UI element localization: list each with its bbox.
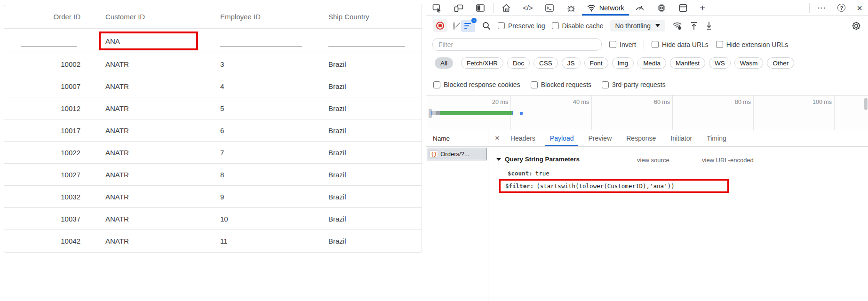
pill-doc[interactable]: Doc <box>507 57 530 69</box>
chevron-down-icon <box>655 24 660 27</box>
tab-preview[interactable]: Preview <box>583 130 616 146</box>
pill-manifest[interactable]: Manifest <box>670 57 705 69</box>
bug-icon <box>566 3 576 13</box>
cell-ship-country: Brazil <box>311 149 422 157</box>
devtools-close-button[interactable]: × <box>851 0 868 16</box>
close-details-button[interactable]: × <box>488 130 506 146</box>
column-header-ship-country[interactable]: Ship Country <box>311 13 422 21</box>
cell-customer-id: ANATR <box>85 171 203 179</box>
pill-font[interactable]: Font <box>584 57 608 69</box>
disable-cache-checkbox[interactable]: Disable cache <box>552 22 604 30</box>
cell-employee-id: 9 <box>203 193 311 201</box>
toggle-filter-button[interactable]: × <box>461 20 475 32</box>
view-source-link[interactable]: view source <box>637 157 669 164</box>
third-party-requests-checkbox[interactable]: 3rd-party requests <box>602 81 666 88</box>
view-url-encoded-link[interactable]: view URL-encoded <box>702 157 754 164</box>
export-har-button[interactable] <box>705 21 713 31</box>
record-network-log-button[interactable] <box>433 19 447 32</box>
pill-wasm[interactable]: Wasm <box>734 57 764 69</box>
throttling-dropdown[interactable]: No throttling <box>610 20 665 32</box>
cell-employee-id: 8 <box>203 171 311 179</box>
filter-input-employee-id[interactable] <box>220 35 302 47</box>
grid-header-row: Order ID Customer ID Employee ID Ship Co… <box>4 5 422 29</box>
pill-other[interactable]: Other <box>767 57 794 69</box>
timeline-gridline <box>834 95 835 130</box>
hide-data-urls-label: Hide data URLs <box>662 41 709 48</box>
tab-response[interactable]: Response <box>621 130 661 146</box>
cell-ship-country: Brazil <box>311 237 422 245</box>
timeline-scrollbar-thumb[interactable] <box>864 98 868 110</box>
tab-application[interactable] <box>672 0 694 16</box>
tab-timing[interactable]: Timing <box>702 130 731 146</box>
hide-extension-urls-checkbox[interactable]: Hide extension URLs <box>716 41 788 48</box>
query-string-parameters-section[interactable]: Query String Parameters <box>496 156 580 163</box>
customer-id-filter-highlight-box <box>99 32 198 50</box>
pill-fetch-xhr[interactable]: Fetch/XHR <box>461 57 503 69</box>
column-header-employee-id[interactable]: Employee ID <box>203 13 311 21</box>
pill-ws[interactable]: WS <box>709 57 731 69</box>
filter-input-customer-id[interactable] <box>101 37 196 45</box>
tab-welcome[interactable] <box>495 0 517 16</box>
devtools-help-button[interactable]: ? <box>832 0 851 16</box>
pill-js[interactable]: JS <box>562 57 581 69</box>
search-network-button[interactable] <box>482 21 491 31</box>
blocked-requests-checkbox[interactable]: Blocked requests <box>531 81 591 88</box>
clear-network-log-button[interactable] <box>454 22 454 30</box>
request-row-orders[interactable]: {} Orders/?... <box>427 148 487 160</box>
table-row: 10002 ANATR 3 Brazil <box>4 53 422 75</box>
cell-ship-country: Brazil <box>311 171 422 179</box>
tab-network[interactable]: Network <box>582 0 629 16</box>
clear-icon <box>454 22 454 30</box>
network-conditions-button[interactable] <box>672 21 683 31</box>
inspect-element-button[interactable] <box>426 0 448 16</box>
filter-input-ship-country[interactable] <box>328 35 405 47</box>
pill-css[interactable]: CSS <box>534 57 558 69</box>
pill-media[interactable]: Media <box>637 57 666 69</box>
filter-text-input[interactable] <box>432 38 602 51</box>
more-tabs-button[interactable]: + <box>694 0 711 16</box>
network-lower-split: Name {} Orders/?... × Headers Payload Pr… <box>426 130 868 301</box>
table-row: 10017 ANATR 6 Brazil <box>4 119 422 142</box>
device-emulation-button[interactable] <box>448 0 470 16</box>
network-settings-button[interactable] <box>851 21 861 31</box>
cell-order-id: 10017 <box>4 127 85 135</box>
timeline-tick-label: 60 ms <box>632 99 670 105</box>
name-column-header[interactable]: Name <box>426 130 488 147</box>
column-header-customer-id[interactable]: Customer ID <box>85 13 203 21</box>
request-waterfall-bar[interactable] <box>431 111 513 115</box>
tab-memory[interactable] <box>651 0 672 16</box>
devtools-panel: </> <box>426 0 868 301</box>
import-har-button[interactable] <box>690 21 698 31</box>
tab-sources[interactable] <box>560 0 582 16</box>
table-row: 10022 ANATR 7 Brazil <box>4 142 422 164</box>
network-overview-timeline[interactable]: 20 ms 40 ms 60 ms 80 ms 100 ms <box>426 95 868 130</box>
payload-panel: Query String Parameters view source view… <box>488 147 868 301</box>
invert-label: Invert <box>620 41 636 48</box>
preserve-log-label: Preserve log <box>508 22 545 30</box>
tab-payload[interactable]: Payload <box>545 130 579 146</box>
cell-order-id: 10037 <box>4 215 85 223</box>
pill-img[interactable]: Img <box>612 57 634 69</box>
screenshot-root: Order ID Customer ID Employee ID Ship Co… <box>0 0 868 301</box>
network-toolbar: × Preserve log Disable cache No throttli… <box>426 16 868 35</box>
devtools-tabbar: </> <box>426 0 868 16</box>
panel-layout-button[interactable] <box>470 0 491 16</box>
tab-headers[interactable]: Headers <box>506 130 540 146</box>
tab-performance[interactable] <box>629 0 651 16</box>
filter-input-order-id[interactable] <box>21 35 77 47</box>
column-header-order-id[interactable]: Order ID <box>4 13 85 21</box>
tab-elements[interactable]: </> <box>517 0 539 16</box>
tabbar-separator <box>809 3 810 13</box>
gear-icon <box>851 21 861 31</box>
blocked-response-cookies-checkbox[interactable]: Blocked response cookies <box>433 81 520 88</box>
timeline-tick-label: 100 ms <box>794 99 832 105</box>
pill-all[interactable]: All <box>435 57 453 69</box>
hide-data-urls-checkbox[interactable]: Hide data URLs <box>652 41 709 48</box>
invert-checkbox[interactable]: Invert <box>609 41 636 48</box>
tab-initiator[interactable]: Initiator <box>666 130 697 146</box>
preserve-log-checkbox[interactable]: Preserve log <box>498 22 545 30</box>
help-icon: ? <box>837 4 845 12</box>
grid-filter-row <box>4 29 422 53</box>
tab-console[interactable] <box>539 0 560 16</box>
devtools-more-options-button[interactable]: ⋯ <box>812 0 832 16</box>
